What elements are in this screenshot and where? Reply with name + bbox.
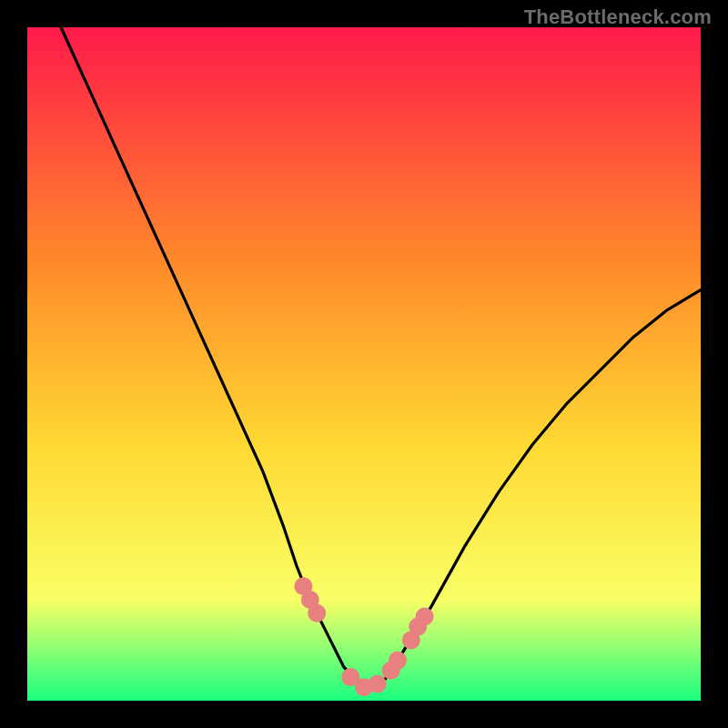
highlight-point	[389, 652, 407, 670]
chart-container: TheBottleneck.com	[0, 0, 728, 728]
bottleneck-chart	[0, 0, 728, 728]
plot-background	[27, 27, 701, 701]
highlight-point	[369, 675, 387, 693]
highlight-point	[416, 608, 434, 626]
watermark-label: TheBottleneck.com	[524, 5, 712, 29]
highlight-point	[308, 604, 326, 622]
